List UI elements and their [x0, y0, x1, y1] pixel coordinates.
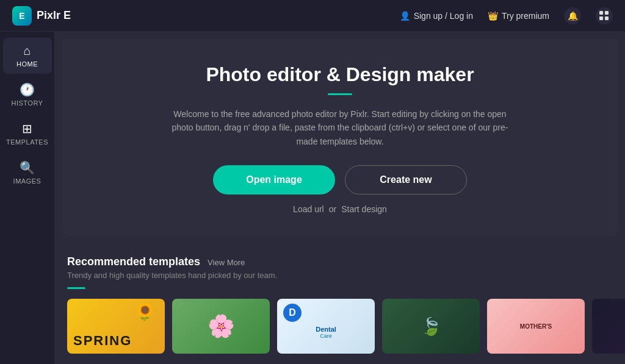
app-name: Pixlr E: [37, 9, 71, 22]
sidebar-label-home: HOME: [16, 60, 38, 68]
mothers-text: MOTHER'S: [520, 323, 552, 330]
main-content: Photo editor & Design maker Welcome to t…: [55, 32, 625, 364]
create-new-button[interactable]: Create new: [345, 165, 467, 194]
templates-section-title: Recommended templates: [67, 255, 200, 268]
hero-section: Photo editor & Design maker Welcome to t…: [62, 39, 618, 236]
user-icon: 👤: [400, 11, 410, 21]
templates-section: Recommended templates View More Trendy a…: [55, 243, 625, 364]
template-card-green[interactable]: 🍃: [382, 299, 480, 354]
template-card-tpu[interactable]: TPU: [592, 299, 625, 354]
or-separator: or: [329, 204, 336, 214]
sunflower-icon: 🌻: [134, 302, 156, 322]
hero-description: Welcome to the free advanced photo edito…: [169, 107, 511, 148]
dental-title: Dental: [316, 326, 336, 333]
apps-button[interactable]: [596, 7, 613, 24]
sidebar: ⌂ HOME 🕐 HISTORY ⊞ TEMPLATES 🔍 IMAGES: [0, 32, 55, 364]
view-more-link[interactable]: View More: [208, 258, 245, 267]
load-url-link[interactable]: Load url: [293, 204, 324, 214]
body: ⌂ HOME 🕐 HISTORY ⊞ TEMPLATES 🔍 IMAGES Ph…: [0, 32, 625, 364]
template-card-mothers[interactable]: MOTHER'S: [487, 299, 585, 354]
history-icon: 🕐: [20, 82, 35, 97]
logo: E Pixlr E: [12, 6, 71, 26]
sidebar-item-home[interactable]: ⌂ HOME: [3, 38, 52, 74]
sidebar-item-images[interactable]: 🔍 IMAGES: [3, 154, 52, 191]
templates-subtitle: Trendy and high quality templates hand p…: [67, 271, 613, 280]
home-icon: ⌂: [23, 44, 31, 58]
grid-icon: [599, 11, 609, 21]
flower-icon: 🌸: [208, 313, 235, 339]
dental-d-icon: D: [283, 304, 302, 322]
images-icon: 🔍: [20, 160, 35, 175]
hero-title: Photo editor & Design maker: [206, 63, 474, 86]
hero-buttons: Open image Create new: [213, 165, 467, 194]
header-right: 👤 Sign up / Log in 👑 Try premium 🔔: [400, 7, 613, 24]
templates-icon: ⊞: [22, 121, 32, 136]
sidebar-label-images: IMAGES: [13, 177, 42, 185]
hero-links: Load url or Start design: [293, 204, 387, 214]
dental-care-text: Care: [320, 333, 332, 339]
signup-button[interactable]: 👤 Sign up / Log in: [400, 11, 473, 21]
start-design-link[interactable]: Start design: [341, 204, 387, 214]
sidebar-item-templates[interactable]: ⊞ TEMPLATES: [3, 115, 52, 152]
open-image-button[interactable]: Open image: [213, 165, 335, 194]
hero-underline: [328, 93, 352, 95]
templates-row: 🌻 SPRING 🌸 D Dental Care 🍃: [67, 299, 613, 354]
sidebar-label-history: HISTORY: [12, 99, 43, 107]
notification-button[interactable]: 🔔: [564, 7, 581, 24]
templates-header: Recommended templates View More: [67, 255, 613, 268]
template-card-dental[interactable]: D Dental Care: [277, 299, 375, 354]
header: E Pixlr E 👤 Sign up / Log in 👑 Try premi…: [0, 0, 625, 32]
bell-icon: 🔔: [568, 11, 578, 21]
sidebar-label-templates: TEMPLATES: [6, 138, 48, 146]
template-card-spring[interactable]: 🌻 SPRING: [67, 299, 165, 354]
template-card-sunflower[interactable]: 🌸: [172, 299, 270, 354]
crown-icon: 👑: [488, 11, 498, 21]
sidebar-item-history[interactable]: 🕐 HISTORY: [3, 76, 52, 113]
leaf-icon: 🍃: [421, 316, 442, 337]
logo-icon: E: [12, 6, 32, 26]
premium-button[interactable]: 👑 Try premium: [488, 11, 549, 21]
templates-underline: [67, 287, 85, 289]
spring-text: SPRING: [73, 333, 132, 349]
